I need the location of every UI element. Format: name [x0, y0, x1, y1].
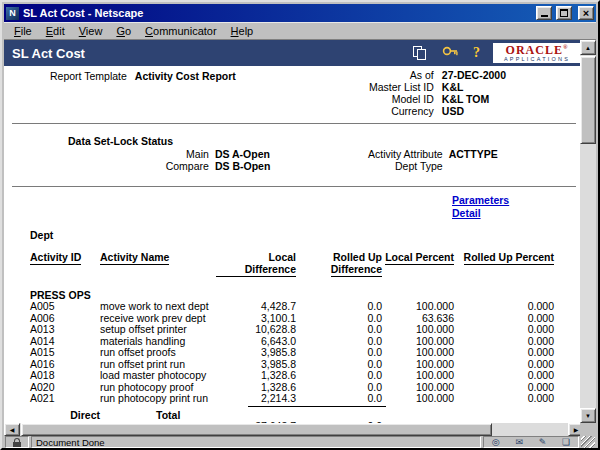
lock-icon — [13, 438, 21, 447]
meta-value: K&L — [442, 82, 506, 93]
browser-viewport: SL Act Cost ? ORACLE® A — [4, 40, 584, 423]
table-cell: run offset proofs — [100, 347, 216, 359]
arrow-down-icon: ▼ — [585, 413, 591, 419]
table-cell: move work to next dept — [100, 301, 216, 313]
attribute-label: Dept Type — [368, 160, 443, 172]
lock-label: Compare — [68, 160, 209, 172]
mailbox-icon[interactable]: ✉ — [515, 437, 523, 447]
table-cell: 100.000 — [382, 324, 454, 336]
menu-item-file[interactable]: File — [7, 23, 39, 39]
table-header: Activity IDActivity NameLocal Difference… — [30, 251, 554, 277]
navigator-icon[interactable]: ◎ — [492, 437, 500, 447]
lock-value: DS A-Open — [215, 148, 368, 160]
menu-item-help[interactable]: Help — [224, 23, 261, 39]
key-icon[interactable] — [442, 44, 458, 62]
report-meta: As of27-DEC-2000Master List IDK&LModel I… — [369, 70, 506, 117]
vertical-scroll-thumb[interactable] — [580, 56, 596, 144]
scroll-left-button[interactable]: ◀ — [4, 423, 20, 436]
table-row: A013setup offset printer10,628.80.0100.0… — [30, 324, 554, 336]
table-cell: 100.000 — [382, 347, 454, 359]
composer-icon[interactable]: ✎ — [539, 437, 547, 447]
arrow-left-icon: ◀ — [10, 426, 15, 433]
link-parameters[interactable]: Parameters — [452, 194, 584, 207]
table-row: A021run photocopy print run2,214.30.0100… — [30, 393, 554, 405]
report-links: ParametersDetail — [452, 194, 584, 220]
menu-item-communicator[interactable]: Communicator — [138, 23, 224, 39]
netscape-window: N SL Act Cost - Netscape × FileEditViewG… — [0, 0, 600, 450]
table-cell: 100.000 — [382, 393, 454, 405]
lock-status-block: Data Set-Lock Status MainDS A-OpenCompar… — [68, 135, 368, 172]
meta-label: Currency — [369, 106, 434, 117]
column-header-text: Local Difference — [216, 251, 296, 277]
divider — [12, 123, 576, 125]
table-cell: 4,428.7 — [216, 301, 296, 313]
table-cell: 0.000 — [454, 301, 554, 313]
column-header: Activity Name — [100, 251, 216, 277]
table-cell: load master photocopy — [100, 370, 216, 382]
table-cell: setup offset printer — [100, 324, 216, 336]
table-cell: 1,328.6 — [216, 370, 296, 382]
table-cell: 0.000 — [454, 347, 554, 359]
vertical-scrollbar[interactable]: ▲ ▼ — [580, 40, 596, 423]
table-cell: A015 — [30, 347, 100, 359]
scroll-down-button[interactable]: ▼ — [580, 408, 596, 423]
table-cell: A013 — [30, 324, 100, 336]
discussions-icon[interactable]: ❏ — [562, 437, 570, 447]
netscape-app-icon[interactable]: N — [6, 7, 19, 20]
component-bar: ◎ ✉ ✎ ❏ — [483, 436, 579, 448]
table-cell: 0.0 — [296, 347, 382, 359]
horizontal-scroll-track[interactable] — [20, 423, 568, 436]
help-icon[interactable]: ? — [473, 45, 480, 61]
scroll-up-button[interactable]: ▲ — [580, 40, 596, 55]
column-header-text: Activity ID — [30, 251, 81, 265]
link-detail[interactable]: Detail — [452, 207, 584, 220]
meta-value: K&L TOM — [442, 94, 506, 105]
table-cell: 0.0 — [296, 370, 382, 382]
lock-label: Main — [68, 148, 209, 160]
table-row: A015run offset proofs3,985.80.0100.0000.… — [30, 347, 554, 359]
table-cell: 100.000 — [382, 301, 454, 313]
meta-value: 27-DEC-2000 — [442, 70, 506, 81]
column-header: Rolled UpDifference — [296, 251, 382, 277]
windows-icon[interactable] — [413, 46, 427, 60]
column-header: Activity ID — [30, 251, 100, 277]
meta-label: Model ID — [369, 94, 434, 105]
attributes-block: Activity AttributeACTTYPEDept Type — [368, 135, 498, 172]
minimize-button[interactable] — [536, 6, 552, 20]
maximize-button[interactable] — [556, 6, 572, 20]
table-cell: 0.000 — [454, 324, 554, 336]
menu-item-edit[interactable]: Edit — [39, 23, 72, 39]
security-button[interactable] — [5, 436, 29, 448]
close-button[interactable]: × — [578, 6, 594, 20]
table-cell: A018 — [30, 370, 100, 382]
table-cell: A005 — [30, 301, 100, 313]
table-cell: 0.000 — [454, 393, 554, 405]
window-title: SL Act Cost - Netscape — [23, 7, 532, 19]
attribute-value — [449, 160, 498, 172]
vertical-scroll-track[interactable] — [580, 55, 596, 408]
column-header: Local Percent — [382, 251, 454, 277]
horizontal-scroll-thumb[interactable] — [21, 423, 492, 436]
horizontal-scrollbar[interactable]: ◀ ▶ — [4, 423, 584, 436]
close-icon: × — [583, 8, 589, 19]
column-header: Local Difference — [216, 251, 296, 277]
column-header: Rolled Up Percent — [454, 251, 554, 277]
status-message: Document Done — [36, 437, 105, 448]
column-header-text: Rolled UpDifference — [331, 251, 382, 277]
meta-label: As of — [369, 70, 434, 81]
report-template-value: Activity Cost Report — [135, 70, 236, 82]
report-template-line: Report TemplateActivity Cost Report — [50, 70, 236, 117]
lock-value: DS B-Open — [215, 160, 368, 172]
title-bar: N SL Act Cost - Netscape × — [4, 4, 596, 22]
resize-grip[interactable] — [581, 436, 595, 448]
menu-item-view[interactable]: View — [72, 23, 110, 39]
attribute-label: Activity Attribute — [368, 148, 443, 160]
attribute-value: ACTTYPE — [449, 148, 498, 160]
menu-item-go[interactable]: Go — [109, 23, 138, 39]
table-cell: 10,628.8 — [216, 324, 296, 336]
table-cell: run photocopy print run — [100, 393, 216, 405]
table-cell: 100.000 — [382, 370, 454, 382]
lock-status-heading: Data Set-Lock Status — [68, 135, 368, 148]
total-label-direct: Direct — [30, 409, 100, 421]
status-bar: Document Done ◎ ✉ ✎ ❏ — [4, 436, 596, 448]
